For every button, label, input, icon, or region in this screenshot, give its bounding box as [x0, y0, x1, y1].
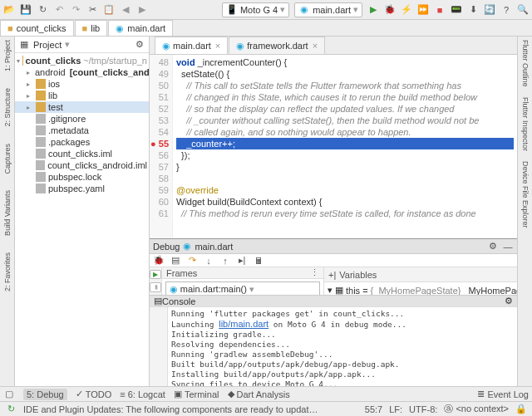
debug-icon[interactable]: 🐞 [384, 4, 396, 16]
breadcrumb-project[interactable]: ■count_clicks [0, 20, 74, 36]
line-ending[interactable]: LF: [389, 404, 402, 414]
project-tree[interactable]: ▾ count_clicks ~/tmp/startup_n ▸android[… [15, 53, 149, 386]
project-panel: ▦ Project ▾ ⚙ ▾ count_clicks ~/tmp/start… [15, 37, 150, 386]
close-icon[interactable]: × [215, 41, 220, 51]
frames-pane: Frames⋮ ◉ main.dart:main() ▾ ▸ _MyHomePa… [162, 267, 324, 295]
tree-item-android[interactable]: ▸android[count_clicks_and [15, 66, 149, 78]
resume-button[interactable]: ▶ [150, 270, 161, 279]
line-gutter[interactable]: 48495051525354● 55565758596061 [150, 55, 173, 238]
status-bar: ↻ IDE and Plugin Updates: The following … [0, 401, 532, 416]
lock-icon[interactable]: 🔒 [515, 404, 527, 415]
run-to-cursor-icon[interactable]: ▸| [236, 255, 248, 267]
tree-item-count_clicks.iml[interactable]: count_clicks.iml [15, 148, 149, 159]
console-gear-icon[interactable]: ⚙ [505, 296, 513, 306]
back-icon[interactable]: ◀ [120, 4, 131, 16]
step-over-icon[interactable]: ↷ [186, 255, 198, 267]
help-icon[interactable]: ? [500, 4, 512, 16]
code-editor[interactable]: 48495051525354● 55565758596061 void _inc… [150, 55, 517, 238]
main-toolbar: 📂 💾 ↻ ↶ ↷ ✂ 📋 ◀ ▶ 📱 Moto G 4 ▾ ◉ main.da… [0, 0, 532, 20]
console-header: ▤ Console ⚙ [150, 296, 517, 307]
tab-todo[interactable]: ✓ TODO [76, 389, 112, 399]
tree-item-pubspec.yaml[interactable]: pubspec.yaml [15, 183, 149, 194]
editor-tab-framework[interactable]: ◉framework.dart× [229, 37, 325, 54]
code-content[interactable]: void _incrementCounter() { setState(() {… [173, 55, 517, 238]
rail-flutter-outline[interactable]: Flutter Outline [521, 40, 530, 87]
device-selector[interactable]: 📱 Moto G 4 ▾ [222, 2, 289, 17]
copy-icon[interactable]: 📋 [103, 4, 115, 16]
tree-item-ios[interactable]: ▸ios [15, 78, 149, 90]
search-icon[interactable]: 🔍 [517, 4, 529, 16]
frames-menu-icon[interactable]: ⋮ [310, 267, 319, 278]
cut-icon[interactable]: ✂ [86, 4, 98, 16]
redo-icon[interactable]: ↷ [70, 4, 81, 16]
evaluate-icon[interactable]: 🖩 [253, 255, 264, 267]
chevron-down-icon[interactable]: ▾ [65, 39, 70, 50]
tree-root[interactable]: ▾ count_clicks ~/tmp/startup_n [15, 55, 149, 66]
refresh-icon[interactable]: ↻ [37, 4, 48, 16]
tree-item-lib[interactable]: ▸lib [15, 90, 149, 101]
run-config-selector[interactable]: ◉ main.dart ▾ [294, 2, 362, 17]
gear-icon[interactable]: ⚙ [134, 39, 145, 51]
tree-item-.packages[interactable]: .packages [15, 136, 149, 148]
project-view-icon[interactable]: ▦ [18, 39, 30, 51]
close-icon[interactable]: × [313, 41, 318, 51]
tree-item-.metadata[interactable]: .metadata [15, 125, 149, 136]
rail-flutter-inspector[interactable]: Flutter Inspector [521, 97, 530, 151]
step-into-icon[interactable]: ↓ [203, 255, 214, 267]
hot-reload-icon[interactable]: ⚡ [401, 4, 412, 16]
tree-item-.gitignore[interactable]: .gitignore [15, 113, 149, 125]
right-tool-rail: Flutter Outline Flutter Inspector Device… [517, 37, 532, 386]
rail-captures[interactable]: Captures [3, 144, 12, 174]
pause-button[interactable]: ॥ [150, 282, 161, 292]
tool-window-icon[interactable]: ▢ [3, 389, 15, 400]
debugger-tab-icon[interactable]: 🐞 [153, 255, 165, 267]
editor-tab-main[interactable]: ◉main.dart× [155, 37, 228, 54]
project-panel-header: ▦ Project ▾ ⚙ [15, 37, 149, 53]
rail-build-variants[interactable]: Build Variants [3, 190, 12, 236]
breadcrumb-bar: ■count_clicks ■lib ◉main.dart [0, 20, 532, 37]
project-panel-label: Project [33, 40, 62, 50]
tab-event-log[interactable]: ≣ Event Log [477, 389, 529, 399]
editor-area: ◉main.dart× ◉framework.dart× 48495051525… [150, 37, 517, 386]
tab-terminal[interactable]: ▣ Terminal [174, 389, 219, 399]
sdk-icon[interactable]: ⬇ [467, 4, 479, 16]
save-icon[interactable]: 💾 [20, 4, 32, 16]
debug-panel: Debug ◉main.dart ⚙ — 🐞 ▤ ↷ ↓ ↑ ▸| 🖩 ▶ ॥ … [150, 238, 517, 386]
device-name: Moto G 4 [240, 5, 278, 15]
breadcrumb-file[interactable]: ◉main.dart [108, 20, 173, 36]
status-message[interactable]: IDE and Plugin Updates: The following co… [23, 404, 323, 414]
run-icon[interactable]: ▶ [367, 4, 379, 16]
tab-logcat[interactable]: ≡ 6: Logcat [120, 389, 165, 399]
chevron-down-icon: ▾ [353, 4, 358, 15]
tree-item-count_clicks_android.iml[interactable]: count_clicks_android.iml [15, 159, 149, 171]
tree-item-pubspec.lock[interactable]: pubspec.lock [15, 171, 149, 183]
file-encoding[interactable]: UTF-8: [409, 404, 437, 414]
sync-icon[interactable]: 🔄 [484, 4, 495, 16]
rail-favorites[interactable]: 2: Favorites [3, 252, 12, 291]
dart-icon: ◉ [298, 4, 310, 16]
context-indicator[interactable]: ⓐ <no context> [444, 403, 509, 415]
var-this[interactable]: ▾▦this = {_MyHomePageState} _MyHomePageS… [328, 284, 532, 295]
rail-structure[interactable]: 2: Structure [3, 88, 12, 127]
tab-dart-analysis[interactable]: ◆ Dart Analysis [228, 389, 290, 399]
avd-icon[interactable]: 📟 [451, 4, 462, 16]
debug-toolbar: 🐞 ▤ ↷ ↓ ↑ ▸| 🖩 [150, 254, 517, 267]
forward-icon[interactable]: ▶ [136, 4, 148, 16]
tab-debug[interactable]: 5: Debug [23, 389, 67, 400]
step-out-icon[interactable]: ↑ [219, 255, 231, 267]
console-tab-icon[interactable]: ▤ [170, 255, 181, 267]
undo-icon[interactable]: ↶ [53, 4, 65, 16]
editor-tabs: ◉main.dart× ◉framework.dart× [150, 37, 517, 55]
stop-icon[interactable]: ■ [434, 4, 446, 16]
attach-icon[interactable]: ⏩ [417, 4, 429, 16]
rail-project[interactable]: 1: Project [3, 40, 12, 71]
tree-item-test[interactable]: ▸test [15, 101, 149, 113]
gear-icon[interactable]: ⚙ [487, 241, 499, 252]
rail-device-explorer[interactable]: Device File Explorer [521, 161, 530, 228]
breadcrumb-folder[interactable]: ■lib [75, 20, 108, 36]
open-icon[interactable]: 📂 [3, 4, 15, 16]
minimize-icon[interactable]: — [502, 241, 514, 252]
console-output[interactable]: Running 'flutter packages get' in count_… [168, 307, 517, 391]
variables-list[interactable]: ▾▦this = {_MyHomePageState} _MyHomePageS… [324, 282, 532, 295]
update-icon[interactable]: ↻ [5, 404, 17, 415]
